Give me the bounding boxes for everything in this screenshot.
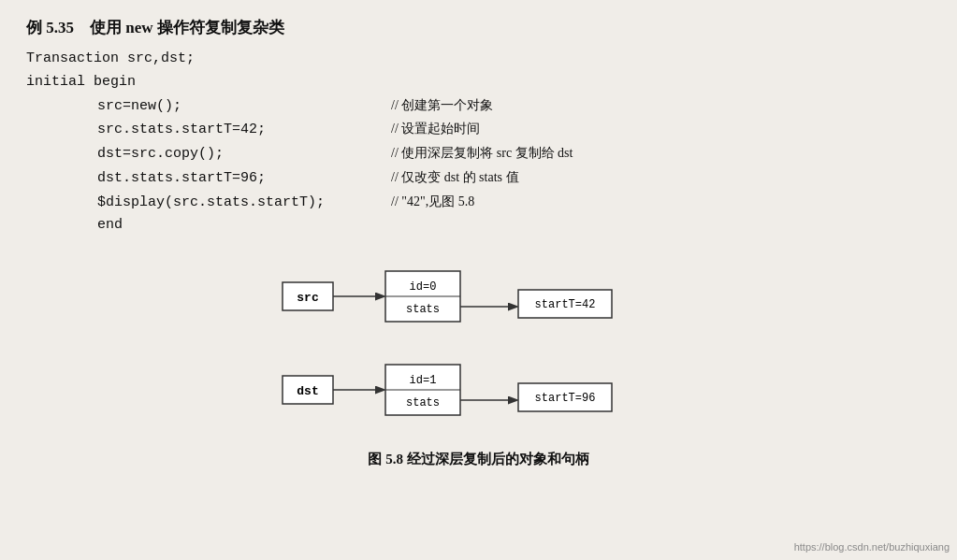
code-line-6: $display(src.stats.startT); // "42",见图 5…	[26, 191, 931, 215]
diagram-svg: src id=0 stats startT=42 dst id=1 stats	[236, 254, 722, 441]
code-text-4: dst=src.copy();	[64, 143, 382, 166]
stats-bottom-text: stats	[405, 396, 439, 409]
id1-text: id=1	[409, 374, 436, 387]
code-comment-6: // "42",见图 5.8	[391, 191, 474, 212]
dst-label: dst	[297, 384, 318, 398]
code-line-3: src.stats.startT=42; // 设置起始时间	[26, 118, 931, 142]
code-text-7: end	[64, 214, 382, 237]
diagram-caption: 图 5.8 经过深层复制后的对象和句柄	[368, 451, 588, 468]
startT42-text: startT=42	[534, 298, 595, 311]
stats-top-text: stats	[405, 303, 439, 316]
id0-text: id=0	[409, 280, 436, 294]
startT96-text: startT=96	[534, 392, 595, 405]
code-line-2: src=new(); // 创建第一个对象	[26, 94, 931, 119]
code-text-3: src.stats.startT=42;	[64, 119, 382, 142]
code-text-1: initial begin	[26, 71, 344, 94]
code-comment-5: // 仅改变 dst 的 stats 值	[391, 166, 519, 188]
code-comment-4: // 使用深层复制将 src 复制给 dst	[391, 142, 573, 164]
code-text-5: dst.stats.startT=96;	[64, 167, 382, 191]
code-line-4: dst=src.copy(); // 使用深层复制将 src 复制给 dst	[26, 142, 931, 166]
watermark: https://blog.csdn.net/buzhiquxiang	[794, 541, 950, 553]
example-number: 例 5.35	[26, 19, 74, 36]
section-title: 例 5.35 使用 new 操作符复制复杂类	[26, 17, 931, 38]
diagram-svg-wrapper: src id=0 stats startT=42 dst id=1 stats	[26, 254, 931, 441]
code-text-2: src=new();	[64, 95, 382, 119]
code-text-0: Transaction src,dst;	[26, 48, 344, 71]
code-line-5: dst.stats.startT=96; // 仅改变 dst 的 stats …	[26, 166, 931, 191]
example-description: 使用 new 操作符复制复杂类	[90, 19, 284, 36]
code-comment-2: // 创建第一个对象	[391, 94, 493, 116]
code-line-1: initial begin	[26, 71, 931, 94]
src-label: src	[297, 291, 319, 305]
code-line-0: Transaction src,dst;	[26, 48, 931, 71]
code-block: Transaction src,dst; initial begin src=n…	[26, 48, 931, 237]
code-comment-3: // 设置起始时间	[391, 118, 480, 139]
diagram-area: src id=0 stats startT=42 dst id=1 stats	[26, 254, 931, 468]
code-text-6: $display(src.stats.startT);	[64, 192, 382, 215]
code-line-7: end	[26, 214, 931, 237]
